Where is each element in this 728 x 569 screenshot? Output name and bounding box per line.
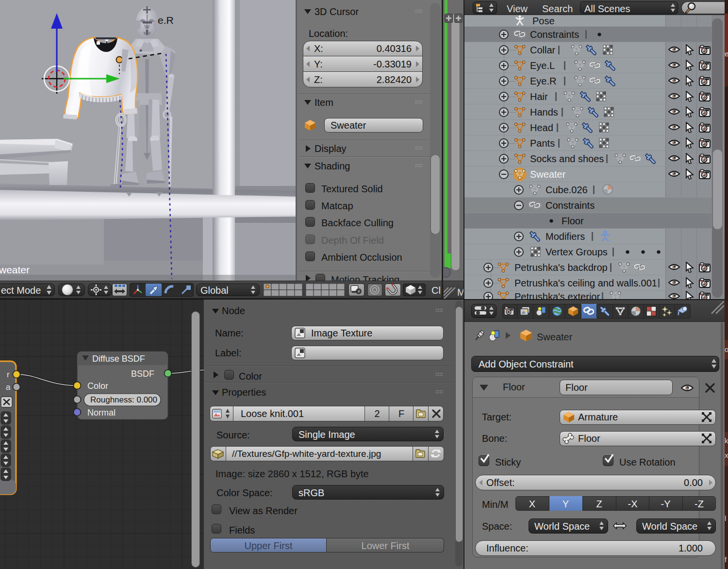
svg-text:Roughness: 0.000: Roughness: 0.000 xyxy=(90,395,157,404)
svg-text:e.R: e.R xyxy=(158,15,174,26)
svg-text:Color: Color xyxy=(87,381,108,391)
svg-text:Diffuse BSDF: Diffuse BSDF xyxy=(92,354,145,364)
svg-text:weater: weater xyxy=(0,264,30,275)
svg-text:a: a xyxy=(6,383,11,392)
svg-text:r: r xyxy=(7,370,10,379)
svg-text:BSDF: BSDF xyxy=(131,369,154,379)
svg-text:Normal: Normal xyxy=(87,408,116,418)
